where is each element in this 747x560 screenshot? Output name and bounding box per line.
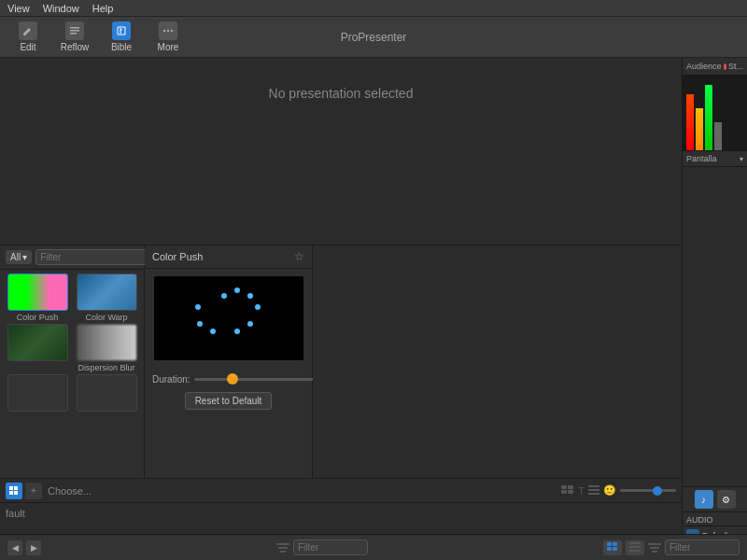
meter-bar-green [705, 85, 712, 150]
emoji-icon-button[interactable]: 🙂 [603, 484, 616, 497]
edit-label: Edit [20, 42, 35, 52]
detail-duration: Duration: 0.6 ▲ ▼ [145, 368, 312, 390]
text-icon-button[interactable]: T [578, 485, 585, 497]
red-dot-indicator [724, 63, 726, 70]
menu-help[interactable]: Help [92, 3, 114, 14]
spinner-dot [234, 329, 240, 334]
list-item[interactable]: Dispersion Blur [73, 324, 140, 372]
star-icon[interactable]: ☆ [294, 250, 304, 263]
duration-slider[interactable] [194, 378, 315, 381]
color-warp-thumb [77, 273, 137, 311]
all-label: All [10, 252, 21, 262]
svg-rect-26 [629, 550, 641, 552]
spinner-dot [247, 293, 253, 299]
svg-rect-22 [607, 547, 612, 551]
spinner-dot [221, 293, 227, 299]
app-title: ProPresenter [341, 17, 407, 58]
svg-rect-13 [568, 490, 573, 494]
status-filter-input[interactable] [293, 539, 368, 555]
svg-rect-15 [588, 489, 599, 491]
svg-rect-19 [280, 551, 286, 553]
menubar: View Window Help [0, 0, 747, 17]
reflow-button[interactable]: Reflow [54, 20, 95, 55]
grid-view-icon[interactable] [603, 540, 622, 555]
svg-rect-0 [70, 27, 79, 29]
more-icon [159, 21, 177, 40]
detail-panel: Color Push ☆ Duration: [145, 245, 313, 478]
next-button[interactable]: ▶ [26, 540, 41, 555]
status-center [47, 539, 598, 555]
playlist-bar: + Choose... T 🙂 [0, 479, 682, 503]
spinner-dot [197, 321, 203, 327]
screen-dropdown-icon: ▾ [740, 155, 743, 163]
grid-view-button[interactable] [6, 483, 22, 499]
list-icon-button[interactable] [588, 484, 599, 497]
svg-rect-1 [70, 30, 79, 32]
presentation-area: No presentation selected [0, 58, 682, 245]
reset-to-default-button[interactable]: Reset to Default [185, 392, 273, 410]
color-push-thumb [7, 273, 68, 311]
more-button[interactable]: More [148, 20, 189, 55]
main-layout: No presentation selected All ▾ Color P [0, 58, 747, 560]
transition-label: Color Push [17, 313, 59, 322]
right-transport: ♪ ⚙ [683, 486, 747, 512]
svg-rect-18 [278, 547, 288, 549]
svg-rect-20 [607, 542, 612, 546]
filter-icon [276, 543, 289, 553]
right-middle-area [683, 167, 747, 486]
zoom-slider[interactable] [620, 489, 676, 492]
status-left: ◀ ▶ [7, 540, 41, 555]
list-item[interactable] [73, 374, 140, 413]
screen-selector[interactable]: Pantalla ▾ [683, 150, 747, 167]
svg-point-4 [167, 30, 169, 32]
svg-rect-10 [561, 485, 567, 489]
svg-rect-9 [14, 491, 18, 495]
list-item[interactable] [4, 324, 71, 372]
bible-label: Bible [111, 42, 132, 52]
add-button[interactable]: + [25, 483, 42, 499]
slides-area [313, 245, 682, 478]
spinner-dot [195, 304, 201, 310]
svg-rect-28 [650, 547, 659, 549]
prev-button[interactable]: ◀ [7, 540, 22, 555]
list-item[interactable] [4, 374, 71, 413]
list-item[interactable]: Color Warp [73, 273, 140, 322]
list-item[interactable]: Color Push [4, 273, 71, 322]
screen-label: Pantalla [686, 154, 740, 163]
edit-button[interactable]: Edit [7, 20, 49, 55]
meter-bar-orange [696, 108, 703, 150]
list-view-icon[interactable] [626, 540, 644, 555]
menu-view[interactable]: View [7, 3, 30, 14]
duration-label: Duration: [152, 374, 190, 385]
all-dropdown[interactable]: All ▾ [6, 250, 32, 264]
svg-rect-7 [14, 486, 18, 490]
grid-icon-button[interactable] [561, 484, 574, 497]
bible-icon [112, 21, 131, 40]
bible-button[interactable]: Bible [101, 20, 142, 55]
left-area: No presentation selected All ▾ Color P [0, 58, 682, 560]
audience-label: Audience [686, 62, 722, 71]
detail-title: Color Push [152, 251, 203, 262]
svg-rect-24 [629, 542, 641, 544]
detail-header: Color Push ☆ [145, 245, 312, 269]
music-transport-button[interactable]: ♪ [695, 490, 713, 509]
more-label: More [158, 42, 179, 52]
svg-point-3 [163, 30, 165, 32]
transition-thumb [7, 374, 68, 412]
settings-transport-button[interactable]: ⚙ [717, 490, 736, 509]
transition-label: Color Warp [85, 313, 127, 322]
detail-preview [154, 276, 303, 360]
svg-point-5 [171, 30, 173, 32]
svg-rect-29 [652, 551, 657, 553]
audio-label-text: AUDIO [683, 512, 747, 526]
svg-rect-27 [648, 543, 661, 545]
spinner-dot [247, 321, 253, 327]
status-filter-right-input[interactable] [665, 539, 740, 555]
playlist-right-icons: T 🙂 [561, 484, 676, 497]
svg-rect-21 [613, 542, 617, 546]
toolbar: Edit Reflow Bible More ProPresenter [0, 17, 747, 58]
svg-rect-2 [70, 33, 77, 35]
menu-window[interactable]: Window [43, 3, 79, 14]
slides-content [313, 245, 682, 478]
svg-rect-14 [588, 485, 599, 487]
